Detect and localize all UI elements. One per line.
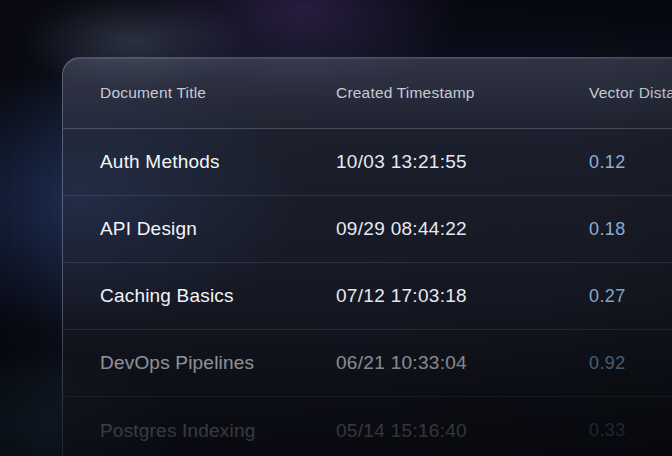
vector-distance-cell: 0.18 bbox=[589, 219, 672, 240]
documents-table-card: Document Title Created Timestamp Vector … bbox=[62, 57, 672, 456]
vector-distance-cell: 0.12 bbox=[589, 152, 672, 173]
vector-distance-cell: 0.92 bbox=[589, 353, 672, 374]
table-header-row: Document Title Created Timestamp Vector … bbox=[63, 58, 672, 129]
document-title-cell: Caching Basics bbox=[100, 285, 336, 307]
document-title-cell: API Design bbox=[100, 218, 336, 240]
vector-distance-cell: 0.33 bbox=[589, 420, 672, 441]
column-header-vector-distance: Vector Distance bbox=[589, 84, 672, 102]
table-row[interactable]: DevOps Pipelines 06/21 10:33:04 0.92 bbox=[63, 330, 672, 397]
table-row[interactable]: Auth Methods 10/03 13:21:55 0.12 bbox=[63, 129, 672, 196]
created-timestamp-cell: 09/29 08:44:22 bbox=[336, 218, 589, 240]
table-row[interactable]: Caching Basics 07/12 17:03:18 0.27 bbox=[63, 263, 672, 330]
vector-distance-cell: 0.27 bbox=[589, 286, 672, 307]
table-row[interactable]: Postgres Indexing 05/14 15:16:40 0.33 bbox=[63, 397, 672, 456]
background: Document Title Created Timestamp Vector … bbox=[0, 0, 672, 456]
created-timestamp-cell: 07/12 17:03:18 bbox=[336, 285, 589, 307]
column-header-created-timestamp: Created Timestamp bbox=[336, 84, 589, 102]
document-title-cell: Postgres Indexing bbox=[100, 420, 336, 442]
created-timestamp-cell: 05/14 15:16:40 bbox=[336, 420, 589, 442]
document-title-cell: Auth Methods bbox=[100, 151, 336, 173]
table-row[interactable]: API Design 09/29 08:44:22 0.18 bbox=[63, 196, 672, 263]
created-timestamp-cell: 06/21 10:33:04 bbox=[336, 352, 589, 374]
column-header-document-title: Document Title bbox=[100, 84, 336, 102]
document-title-cell: DevOps Pipelines bbox=[100, 352, 336, 374]
created-timestamp-cell: 10/03 13:21:55 bbox=[336, 151, 589, 173]
